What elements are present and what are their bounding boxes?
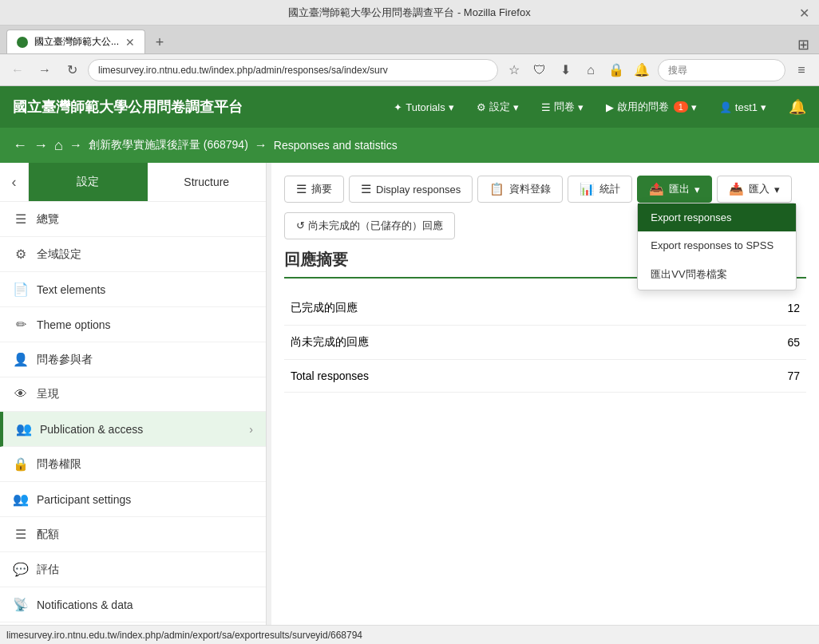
nav-settings[interactable]: ⚙ 設定 ▾ bbox=[467, 95, 528, 119]
publication-access-icon: 👥 bbox=[16, 421, 32, 437]
sidebar-item-presentation[interactable]: 👁 呈現 bbox=[0, 377, 266, 412]
export-icon: 📤 bbox=[649, 182, 664, 196]
import-button[interactable]: 📥 匯入 ▾ bbox=[717, 176, 792, 203]
nav-user[interactable]: 👤 test1 ▾ bbox=[710, 97, 776, 118]
search-input[interactable] bbox=[658, 59, 785, 81]
sidebar-item-participant-settings[interactable]: 👥 Participant settings bbox=[0, 482, 266, 517]
tab-right-controls: ⊞ bbox=[794, 36, 819, 53]
tab-close-button[interactable]: ✕ bbox=[125, 36, 135, 49]
sidebar-tab-settings[interactable]: 設定 bbox=[29, 163, 148, 201]
app-logo: 國立臺灣師範大學公用問卷調查平台 bbox=[13, 97, 371, 117]
export-vv-item[interactable]: 匯出VV問卷檔案 bbox=[638, 259, 796, 290]
status-url: limesurvey.iro.ntnu.edu.tw/index.php/adm… bbox=[6, 630, 362, 641]
sidebar-item-theme-options-label: Theme options bbox=[37, 318, 111, 331]
export-button[interactable]: 📤 匯出 ▾ bbox=[637, 176, 712, 203]
sidebar-item-notifications-data-label: Notifications & data bbox=[37, 599, 133, 611]
assessment-icon: 💬 bbox=[13, 562, 29, 577]
export-spss-item[interactable]: Export responses to SPSS bbox=[638, 231, 796, 259]
user-label: test1 bbox=[735, 101, 758, 113]
breadcrumb-back-icon[interactable]: ← bbox=[13, 137, 27, 154]
export-vv-label: 匯出VV問卷檔案 bbox=[651, 268, 726, 280]
sidebar-item-survey-participants[interactable]: 👤 問卷參與者 bbox=[0, 342, 266, 377]
export-dropdown-menu: Export responses Export responses to SPS… bbox=[637, 203, 797, 290]
breadcrumb-forward-icon[interactable]: → bbox=[34, 137, 48, 154]
nav-survey[interactable]: ☰ 問卷 ▾ bbox=[532, 95, 593, 119]
sidebar-item-publication-access[interactable]: 👥 Publication & access › bbox=[0, 412, 266, 447]
sidebar-item-survey-participants-label: 問卷參與者 bbox=[37, 353, 93, 367]
incomplete-responses-button[interactable]: ↺ 尚未完成的（已儲存的）回應 bbox=[284, 212, 455, 239]
sidebar-item-overview-label: 總覽 bbox=[37, 212, 59, 227]
app-notification-icon[interactable]: 🔔 bbox=[789, 98, 806, 116]
app-header: 國立臺灣師範大學公用問卷調查平台 ✦ Tutorials ▾ ⚙ 設定 ▾ ☰ … bbox=[0, 86, 819, 128]
user-icon: 👤 bbox=[719, 101, 732, 113]
content-area: ☰ 摘要 ☰ Display responses 📋 資料登錄 📊 統計 📤 匯… bbox=[271, 163, 819, 625]
presentation-icon: 👁 bbox=[13, 387, 29, 401]
active-tab[interactable]: 國立臺灣師範大公... ✕ bbox=[6, 30, 145, 53]
breadcrumb-home-icon[interactable]: ⌂ bbox=[54, 137, 63, 154]
data-entry-label: 資料登錄 bbox=[509, 182, 551, 196]
settings-label: 設定 bbox=[489, 100, 510, 114]
notifications-data-icon: 📡 bbox=[13, 597, 29, 612]
display-responses-button[interactable]: ☰ Display responses bbox=[349, 176, 473, 203]
row-label-completed: 已完成的回應 bbox=[284, 291, 693, 326]
breadcrumb-survey-name[interactable]: 創新教學實施課後評量 (668794) bbox=[89, 138, 248, 152]
row-value-completed: 12 bbox=[693, 291, 806, 326]
sidebar-item-quota[interactable]: ☰ 配額 bbox=[0, 517, 266, 552]
address-input[interactable] bbox=[88, 59, 498, 81]
survey-icon: ☰ bbox=[541, 101, 551, 113]
survey-permissions-icon: 🔒 bbox=[13, 456, 29, 472]
bookmark-icon[interactable]: ☆ bbox=[503, 59, 525, 81]
nav-tutorials[interactable]: ✦ Tutorials ▾ bbox=[384, 97, 463, 118]
tutorials-label: Tutorials bbox=[406, 101, 445, 113]
browser-title: 國立臺灣師範大學公用問卷調查平台 - Mozilla Firefox bbox=[288, 6, 530, 20]
notification-icon[interactable]: 🔔 bbox=[631, 59, 653, 81]
sidebar-item-survey-permissions[interactable]: 🔒 問卷權限 bbox=[0, 447, 266, 482]
settings-icon: ⚙ bbox=[477, 101, 486, 113]
sidebar-resize-handle[interactable] bbox=[267, 163, 271, 625]
global-settings-icon: ⚙ bbox=[13, 247, 29, 262]
main-layout: ‹ 設定 Structure ☰ 總覽 ⚙ 全域設定 📄 Text elemen… bbox=[0, 163, 819, 625]
summary-button[interactable]: ☰ 摘要 bbox=[284, 176, 344, 203]
sidebar-item-overview[interactable]: ☰ 總覽 bbox=[0, 202, 266, 237]
forward-button[interactable]: → bbox=[34, 59, 56, 81]
export-responses-item[interactable]: Export responses bbox=[638, 203, 796, 231]
breadcrumb-current-page: Responses and statistics bbox=[274, 139, 398, 152]
table-row: 尚未完成的回應 65 bbox=[284, 326, 806, 360]
lock-icon[interactable]: 🔒 bbox=[605, 59, 627, 81]
status-bar: limesurvey.iro.ntnu.edu.tw/index.php/adm… bbox=[0, 625, 819, 644]
sidebar-item-global-settings[interactable]: ⚙ 全域設定 bbox=[0, 237, 266, 272]
overview-icon: ☰ bbox=[13, 211, 29, 227]
sidebar-tab-structure[interactable]: Structure bbox=[148, 163, 267, 201]
back-button[interactable]: ← bbox=[6, 59, 29, 81]
sidebar-item-participant-settings-label: Participant settings bbox=[37, 493, 131, 506]
active-surveys-label: 啟用的問卷 bbox=[617, 100, 669, 114]
sidebar-item-notifications-data[interactable]: 📡 Notifications & data bbox=[0, 587, 266, 622]
sidebar-item-theme-options[interactable]: ✏ Theme options bbox=[0, 307, 266, 342]
sidebar: ‹ 設定 Structure ☰ 總覽 ⚙ 全域設定 📄 Text elemen… bbox=[0, 163, 267, 625]
browser-close-button[interactable]: ✕ bbox=[799, 5, 809, 20]
user-chevron: ▾ bbox=[761, 101, 766, 113]
reload-button[interactable]: ↻ bbox=[61, 59, 83, 81]
breadcrumb-separator-2: → bbox=[255, 138, 267, 152]
theme-options-icon: ✏ bbox=[13, 317, 29, 332]
sidebar-header: ‹ 設定 Structure bbox=[0, 163, 266, 202]
browser-grid-icon[interactable]: ⊞ bbox=[794, 36, 813, 53]
sidebar-toggle-button[interactable]: ‹ bbox=[0, 163, 29, 201]
row-label-incomplete: 尚未完成的回應 bbox=[284, 326, 693, 360]
download-icon[interactable]: ⬇ bbox=[554, 59, 576, 81]
nav-active-surveys[interactable]: ▶ 啟用的問卷 1 ▾ bbox=[596, 95, 706, 119]
home-icon[interactable]: ⌂ bbox=[580, 59, 602, 81]
sidebar-item-quota-label: 配額 bbox=[37, 527, 59, 542]
export-spss-label: Export responses to SPSS bbox=[651, 239, 774, 251]
menu-icon[interactable]: ≡ bbox=[790, 59, 813, 81]
summary-label: 摘要 bbox=[311, 182, 332, 196]
breadcrumb-separator-1: → bbox=[69, 138, 82, 152]
data-entry-button[interactable]: 📋 資料登錄 bbox=[477, 176, 563, 203]
sidebar-item-text-elements[interactable]: 📄 Text elements bbox=[0, 272, 266, 307]
sidebar-item-assessment[interactable]: 💬 評估 bbox=[0, 552, 266, 587]
statistics-button[interactable]: 📊 統計 bbox=[568, 176, 632, 203]
shield-icon[interactable]: 🛡 bbox=[528, 59, 551, 81]
new-tab-button[interactable]: + bbox=[148, 31, 171, 53]
export-label: 匯出 bbox=[669, 182, 690, 196]
toolbar: ☰ 摘要 ☰ Display responses 📋 資料登錄 📊 統計 📤 匯… bbox=[284, 176, 806, 203]
